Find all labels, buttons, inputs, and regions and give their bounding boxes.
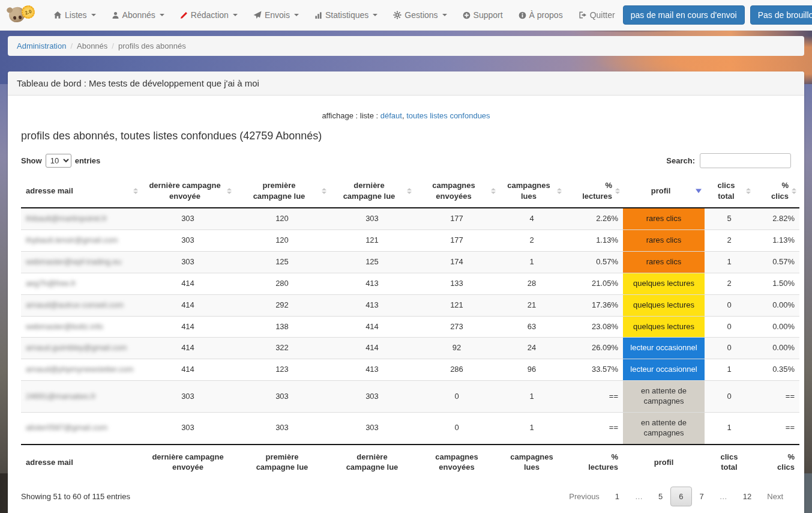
email-redacted: webmaster@wpf-trading.eu [26, 257, 121, 266]
cell--clics: == [754, 413, 799, 445]
cell-premiere-campagne-lue: 303 [235, 381, 329, 413]
cell--lectures: 21.05% [565, 273, 623, 294]
display-link-all-lists[interactable]: toutes listes confondues [406, 111, 490, 120]
column-label: adresse mail [26, 457, 73, 468]
column-label: campagnes lues [508, 452, 555, 473]
column-label: profil [654, 457, 674, 468]
pagination-ellipsis: … [712, 487, 735, 506]
column-header-clics-total[interactable]: clics total [705, 174, 754, 208]
plus-circle-icon [463, 11, 471, 19]
cell--lectures: 2.26% [565, 208, 623, 229]
menu-label: Support [474, 10, 503, 20]
cell-campagnes-lues: 4 [499, 208, 565, 229]
column-header-derniere-campagne-envoyee[interactable]: dernière campagne envoyée [141, 174, 235, 208]
pagination-page-1[interactable]: 1 [607, 487, 627, 506]
profil-badge-cell: en attente de campagnes [623, 381, 705, 413]
pagination-page-6[interactable]: 6 [670, 487, 691, 506]
cell-premiere-campagne-lue: 138 [235, 316, 329, 338]
column-label: dernière campagne envoyée [149, 452, 227, 473]
cell-derniere-campagne-envoyee: 414 [141, 273, 235, 294]
column-header-premiere-campagne-lue[interactable]: première campagne lue [235, 174, 329, 208]
caret-down-icon [294, 14, 299, 16]
cell-premiere-campagne-lue: 125 [235, 251, 329, 273]
column-label: % lectures [583, 452, 618, 473]
pagination-ellipsis: … [627, 487, 651, 506]
app-logo[interactable]: 2.0 [8, 4, 36, 26]
menu-abonnes[interactable]: Abonnés [104, 0, 172, 31]
pagination-page-12[interactable]: 12 [735, 487, 759, 506]
navbar-right: pas de mail en cours d'envoi Pas de brou… [623, 5, 812, 25]
menu-quitter[interactable]: Quitter [571, 0, 623, 31]
menu-listes[interactable]: Listes [46, 0, 104, 31]
menu-a-propos[interactable]: À propos [511, 0, 571, 31]
cell-derniere-campagne-lue: 303 [329, 208, 415, 229]
sort-both-icon [746, 188, 751, 194]
column-header-adresse-mail[interactable]: adresse mail [21, 174, 141, 208]
sort-both-icon [133, 188, 138, 194]
menu-label: À propos [529, 10, 563, 20]
search-input[interactable] [700, 153, 791, 168]
cell-campagnes-lues: 63 [499, 316, 565, 338]
cell--clics: == [754, 381, 799, 413]
column-label: campagnes envoyées [432, 452, 481, 473]
cell-clics-total: 2 [705, 273, 754, 294]
cell-clics-total: 0 [705, 294, 754, 316]
menu-support[interactable]: Support [455, 0, 511, 31]
column-header-profil[interactable]: profil [623, 174, 705, 208]
cell-derniere-campagne-lue: 414 [329, 338, 415, 359]
breadcrumb-item-profils-des-abonnes: profils des abonnés [118, 41, 186, 50]
cell-campagnes-envoyees: 92 [415, 338, 499, 359]
pagination-page-7[interactable]: 7 [692, 487, 712, 506]
cell-derniere-campagne-envoyee: 414 [141, 294, 235, 316]
menu-statistiques[interactable]: Statistiques [307, 0, 385, 31]
column-header--lectures[interactable]: % lectures [565, 174, 623, 208]
table-footer-header-row: adresse maildernière campagne envoyéepre… [21, 445, 799, 479]
cell-campagnes-envoyees: 133 [415, 273, 499, 294]
menu-label: Abonnés [122, 10, 155, 20]
breadcrumb-item-administration[interactable]: Administration [17, 41, 66, 50]
profil-badge-cell: rares clics [623, 251, 705, 273]
cell-premiere-campagne-lue: 322 [235, 338, 329, 359]
search-label: Search: [666, 156, 695, 165]
column-label: dernière campagne lue [344, 452, 401, 473]
caret-down-icon [91, 14, 96, 16]
cell--clics: 0.35% [754, 359, 799, 381]
cell-clics-total: 5 [705, 208, 754, 229]
column-header-campagnes-lues[interactable]: campagnes lues [499, 174, 565, 208]
cell-campagnes-envoyees: 174 [415, 251, 499, 273]
cell--lectures: 26.09% [565, 338, 623, 359]
page-size-select[interactable]: 10 [46, 154, 71, 168]
sort-both-icon [227, 188, 232, 194]
column-header-campagnes-envoyees[interactable]: campagnes envoyées [415, 174, 499, 208]
column-header-derniere-campagne-lue[interactable]: dernière campagne lue [329, 174, 415, 208]
menu-redaction[interactable]: Rédaction [172, 0, 245, 31]
cell--lectures: == [565, 381, 623, 413]
menu-envois[interactable]: Envois [245, 0, 307, 31]
draft-status-button[interactable]: Pas de brouillon en cours [750, 5, 812, 25]
menu-gestions[interactable]: Gestions [385, 0, 454, 31]
column-header--clics[interactable]: % clics [754, 174, 799, 208]
cell-campagnes-envoyees: 273 [415, 316, 499, 338]
footer-column-header-derniere-campagne-lue: dernière campagne lue [329, 445, 415, 479]
breadcrumb-separator: / [112, 41, 114, 50]
sort-both-icon [792, 188, 796, 194]
pagination-page-5[interactable]: 5 [651, 487, 670, 506]
caret-down-icon [442, 14, 447, 16]
cell-derniere-campagne-envoyee: 414 [141, 338, 235, 359]
profil-badge-cell: quelques lectures [623, 316, 705, 338]
display-link-default[interactable]: défaut [380, 111, 402, 120]
sort-both-icon [557, 188, 562, 194]
pagination-next[interactable]: Next [759, 487, 791, 506]
column-label: profil [651, 186, 671, 196]
dashboard-heading: Tableau de bord : Mes tests de développe… [8, 71, 804, 96]
pagination-previous[interactable]: Previous [561, 487, 607, 506]
menu-label: Statistiques [325, 10, 368, 20]
cell-campagnes-envoyees: 177 [415, 208, 499, 229]
display-mode-prefix: affichage : liste : [322, 111, 378, 120]
table-footer-bar: Showing 51 to 60 of 115 entries Previous… [21, 487, 791, 506]
menu-label: Rédaction [191, 10, 229, 20]
mail-status-button[interactable]: pas de mail en cours d'envoi [623, 5, 745, 25]
cell-campagnes-envoyees: 0 [415, 381, 499, 413]
footer-column-header-clics-total: clics total [705, 445, 754, 479]
mascot-icon: 2.0 [8, 4, 36, 26]
